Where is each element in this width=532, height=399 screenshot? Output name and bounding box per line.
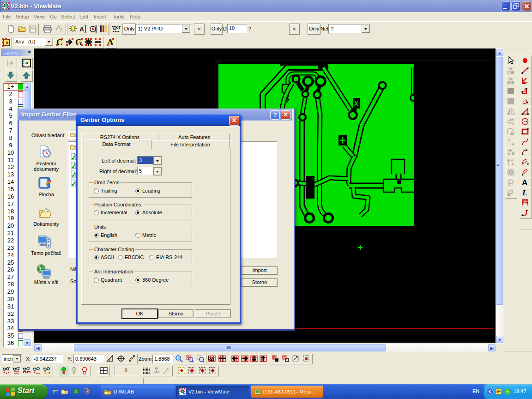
svg-text:A: A (79, 25, 84, 33)
svg-text:L: L (522, 188, 527, 197)
svg-text:?: ? (59, 26, 63, 33)
svg-text:A: A (522, 178, 527, 187)
